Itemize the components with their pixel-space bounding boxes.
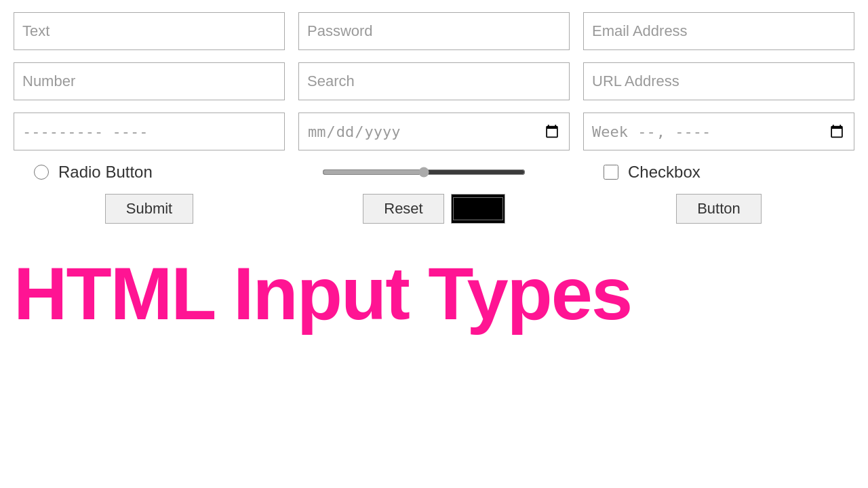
input-row-3 (14, 113, 854, 150)
week-input[interactable] (583, 113, 854, 150)
reset-color-container (298, 194, 570, 224)
buttons-row (14, 194, 854, 224)
tel-input[interactable] (14, 113, 285, 150)
search-input[interactable] (298, 62, 570, 100)
button-container (583, 194, 854, 224)
radio-container: Radio Button (14, 163, 285, 182)
range-input[interactable] (322, 169, 526, 175)
checkbox-label: Checkbox (628, 163, 701, 182)
range-container (298, 169, 549, 175)
controls-row: Radio Button Checkbox (14, 163, 854, 182)
password-input[interactable] (298, 12, 570, 50)
email-input[interactable] (583, 12, 854, 50)
date-input[interactable] (298, 113, 570, 150)
submit-container (14, 194, 285, 224)
url-input[interactable] (583, 62, 854, 100)
number-input[interactable] (14, 62, 285, 100)
radio-input[interactable] (34, 165, 49, 180)
color-input[interactable] (451, 194, 505, 224)
generic-button[interactable] (676, 194, 762, 224)
reset-button[interactable] (363, 194, 443, 224)
radio-label: Radio Button (58, 163, 153, 182)
title-section: HTML Input Types (0, 243, 868, 338)
submit-button[interactable] (105, 194, 193, 224)
page-title: HTML Input Types (14, 256, 854, 331)
checkbox-container: Checkbox (563, 163, 854, 182)
checkbox-input[interactable] (604, 165, 618, 180)
input-row-2 (14, 62, 854, 100)
input-row-1 (14, 12, 854, 50)
text-input[interactable] (14, 12, 285, 50)
